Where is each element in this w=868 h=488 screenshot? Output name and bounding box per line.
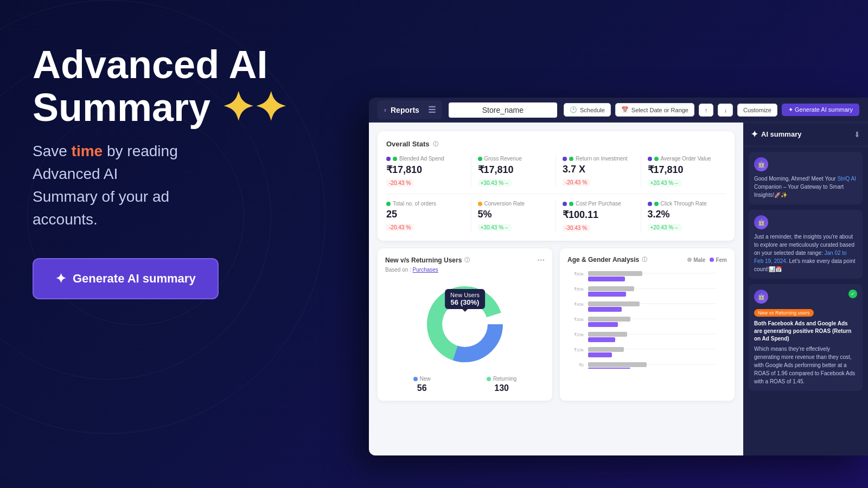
ai-message-3-text: Which means they're effectively generati… [754, 345, 857, 386]
ai-message-1-header: 🤖 [754, 157, 857, 171]
nvr-more-icon[interactable]: ⋯ [537, 256, 545, 265]
overall-stats-title: Overall Stats ⓘ [386, 140, 726, 148]
dashboard-body: Overall Stats ⓘ Blended Ad Spend ₹17,810… [369, 123, 868, 455]
ai-panel-header: ✦ AI summary ⬇ [743, 123, 868, 146]
headline: Advanced AI Summary ✦✦ [33, 43, 293, 129]
ai-avatar-3: 🤖 [754, 290, 768, 304]
stats-row-1: Blended Ad Spend ₹17,810 -20.43 % Gross … [386, 156, 726, 187]
stat-dot-12 [648, 202, 652, 206]
svg-rect-29 [588, 362, 647, 367]
svg-rect-25 [588, 332, 627, 337]
stat-dot-9 [478, 202, 482, 206]
stat-dot-2 [393, 157, 397, 161]
download-icon: ↓ [724, 107, 727, 113]
purchases-link[interactable]: Purchases [413, 267, 438, 273]
svg-rect-21 [588, 301, 640, 306]
donut-legend: New 56 Returning 130 [385, 376, 545, 393]
customize-button[interactable]: Customize [737, 104, 777, 117]
ai-download-icon[interactable]: ⬇ [854, 130, 860, 139]
subtext: Save time by readingAdvanced AISummary o… [33, 140, 293, 231]
new-vs-returning-title: New v/s Returning Users ⓘ ⋯ [385, 256, 545, 265]
svg-rect-23 [588, 317, 630, 322]
age-gender-card: Age & Gender Analysis ⓘ Male Fem [560, 248, 735, 401]
dashboard-container: ‹ Reports ☰ Store_name 🕐 Schedule 📅 Sele… [369, 98, 868, 455]
female-dot [710, 258, 714, 262]
stats-divider [386, 194, 726, 194]
svg-rect-27 [588, 347, 624, 352]
message-tag: New vs Returning users [754, 309, 814, 317]
calendar-icon: 📅 [621, 106, 629, 113]
ai-message-3: ✓ 🤖 New vs Returning users Both Facebook… [749, 284, 863, 391]
ai-panel-title: ✦ AI summary [751, 129, 801, 139]
ai-message-3-bold: Both Facebook Ads and Google Ads are gen… [754, 320, 857, 343]
donut-chart-container: New Users 56 (30%) [385, 278, 545, 370]
donut-tooltip: New Users 56 (30%) [445, 289, 485, 309]
sparkle-btn-icon: ✦ [55, 271, 66, 286]
headline-line1: Advanced AI [33, 43, 293, 86]
download-button[interactable]: ↓ [718, 104, 733, 117]
stat-dot-5 [569, 157, 573, 161]
legend-new: New 56 [413, 376, 431, 393]
stat-aov: Average Order Value ₹17,810 +20.43 %→ [641, 156, 726, 187]
schedule-button[interactable]: 🕐 Schedule [564, 103, 611, 117]
charts-row: New v/s Returning Users ⓘ ⋯ Based on : P… [378, 248, 735, 401]
svg-text:₹10k: ₹10k [574, 348, 584, 352]
store-name[interactable]: Store_name [449, 102, 557, 118]
ai-message-1-text: Good Morning, Ahmed! Meet Your StriQ AI … [754, 175, 857, 199]
generate-ai-header-button[interactable]: ✦ Generate AI summary [782, 104, 859, 116]
dashboard-header: ‹ Reports ☰ Store_name 🕐 Schedule 📅 Sele… [369, 98, 868, 123]
ai-avatar-1: 🤖 [754, 157, 768, 171]
stat-dot-6 [648, 157, 652, 161]
stat-dot-10 [563, 202, 567, 206]
legend-dot-returning [487, 377, 491, 381]
svg-rect-28 [588, 352, 612, 357]
ag-info-icon: ⓘ [642, 256, 647, 264]
tooltip-label: New Users [450, 292, 480, 298]
stat-conversion: Conversion Rate 5% +30.43 %→ [471, 201, 557, 232]
export-icon: ↑ [705, 107, 708, 113]
legend-returning: Returning 130 [487, 376, 516, 393]
ai-message-1: 🤖 Good Morning, Ahmed! Meet Your StriQ A… [749, 152, 863, 204]
tooltip-value: 56 (30%) [450, 298, 480, 306]
header-actions: 🕐 Schedule 📅 Select Date or Range ↑ ↓ Cu… [564, 103, 859, 117]
stat-orders: Total no. of orders 25 -20.43 % [386, 201, 471, 232]
stat-dot-8 [386, 202, 391, 206]
svg-rect-30 [588, 368, 630, 369]
left-panel: Advanced AI Summary ✦✦ Save time by read… [33, 43, 293, 299]
stat-dot-1 [386, 157, 391, 161]
overall-stats-card: Overall Stats ⓘ Blended Ad Spend ₹17,810… [378, 131, 735, 241]
stat-dot-4 [563, 157, 567, 161]
svg-rect-22 [588, 307, 622, 312]
ai-summary-panel: ✦ AI summary ⬇ 🤖 Good Morning, Ahmed! Me… [743, 123, 868, 455]
export-button[interactable]: ↑ [699, 104, 714, 117]
ai-message-2: 🤖 Just a reminder, the insights you're a… [749, 210, 863, 279]
stat-blended-spend: Blended Ad Spend ₹17,810 -20.43 % [386, 156, 471, 187]
bar-chart-svg: ₹60k ₹50k ₹40k ₹30k ₹20k ₹10k ₹0 [567, 266, 719, 369]
bar-chart-container: ₹60k ₹50k ₹40k ₹30k ₹20k ₹10k ₹0 [567, 266, 727, 369]
svg-text:₹50k: ₹50k [574, 287, 584, 292]
age-gender-legend: Male Fem [687, 257, 727, 263]
stat-dot-11 [569, 202, 573, 206]
stat-gross-revenue: Gross Revenue ₹17,810 +30.43 %→ [471, 156, 557, 187]
dashboard-main: Overall Stats ⓘ Blended Ad Spend ₹17,810… [369, 123, 743, 455]
male-dot [687, 258, 692, 262]
stat-dot-13 [654, 202, 659, 206]
date-range-button[interactable]: 📅 Select Date or Range [615, 103, 694, 117]
svg-text:₹20k: ₹20k [574, 332, 584, 337]
sparkle-icon: ✦✦ [210, 86, 286, 129]
reports-tab[interactable]: ‹ Reports ☰ [378, 100, 442, 119]
ai-message-2-header: 🤖 [754, 215, 857, 229]
legend-dot-new [413, 377, 418, 381]
svg-text:₹40k: ₹40k [574, 302, 584, 307]
new-vs-returning-card: New v/s Returning Users ⓘ ⋯ Based on : P… [378, 248, 552, 401]
svg-rect-19 [588, 286, 634, 291]
ai-message-2-text: Just a reminder, the insights you're abo… [754, 233, 857, 273]
stat-dot-7 [654, 157, 659, 161]
stat-ctr: Click Through Rate 3.2% +20.43 %→ [641, 201, 726, 232]
svg-text:₹30k: ₹30k [574, 317, 584, 322]
generate-ai-summary-button[interactable]: ✦ Generate AI summary [33, 258, 219, 299]
clock-icon: 🕐 [570, 106, 577, 113]
new-vs-returning-subtitle: Based on : Purchases [385, 267, 545, 273]
svg-rect-24 [588, 322, 618, 327]
check-icon: ✓ [848, 290, 857, 298]
